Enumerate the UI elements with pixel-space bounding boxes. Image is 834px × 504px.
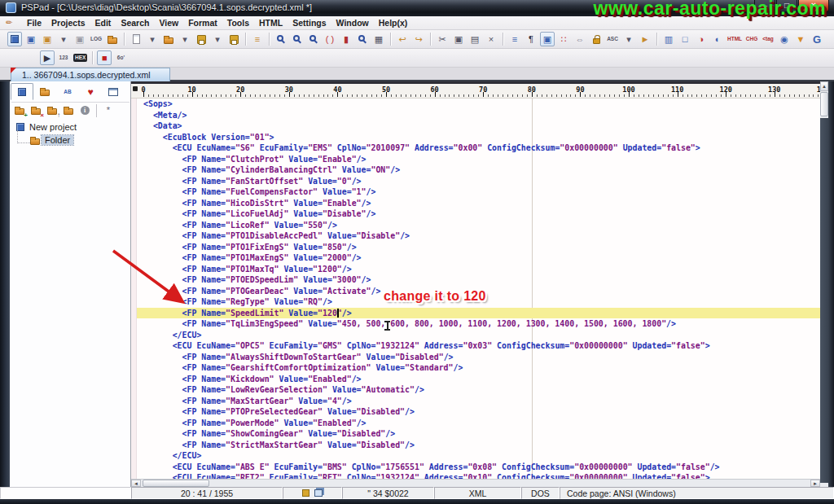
word-wrap-button[interactable]: ▣	[540, 32, 555, 46]
ascii-dropdown[interactable]: ▾	[621, 32, 636, 46]
compare-files-button[interactable]: ⇔	[573, 32, 587, 46]
horizontal-scrollbar[interactable]: ◄ ►	[131, 479, 820, 487]
menu-item-window[interactable]: Window	[331, 16, 374, 29]
code-line-8[interactable]: <FP Name="FanStartOffset" Value="0"/>	[131, 176, 820, 187]
code-line-13[interactable]: <FP Name="PTO1DisableAccPedl" Value="Dis…	[131, 230, 820, 242]
open-project-button[interactable]: ▣	[24, 32, 38, 46]
project-info-button[interactable]: i	[77, 103, 92, 118]
format-indent-button[interactable]: ≡	[507, 32, 522, 46]
print-button[interactable]: ▦	[371, 32, 386, 46]
code-line-7[interactable]: <FP Name="CylinderBalancingCtrl" Value="…	[131, 164, 820, 176]
new-file-dropdown[interactable]: ▾	[145, 32, 160, 46]
menu-item-edit[interactable]: Edit	[90, 16, 116, 29]
save-all-button[interactable]	[226, 32, 241, 46]
goto-brackets-button[interactable]: ( )	[323, 32, 337, 46]
code-line-20[interactable]: <FP Name="SpeedLimit" Value="120"/>	[131, 308, 820, 319]
menu-item-projects[interactable]: Projects	[46, 16, 90, 29]
code-line-6[interactable]: <FP Name="ClutchProt" Value="Enable"/>	[131, 154, 820, 165]
sidebar-tab-project[interactable]	[11, 83, 33, 100]
menu-item-view[interactable]: View	[154, 16, 183, 29]
code-line-30[interactable]: <FP Name="PowerMode" Value="Enabled"/>	[131, 418, 820, 429]
code-line-15[interactable]: <FP Name="PTO1MaxEngS" Value="2000"/>	[131, 252, 820, 264]
file-tree-button[interactable]: ≡	[250, 32, 265, 46]
code-line-23[interactable]: <ECU EcuName="OPC5" EcuFamily="GMS" CplN…	[131, 340, 820, 352]
reading-glasses-button[interactable]: 6o'	[113, 50, 128, 65]
tag-editor-button[interactable]: <tag	[761, 32, 775, 46]
vertical-scrollbar[interactable]: ▲	[820, 81, 828, 487]
project-settings-button[interactable]	[105, 32, 120, 46]
code-line-28[interactable]: <FP Name="MaxStartGear" Value="4"/>	[131, 396, 820, 407]
sidebar-tab-code-explorer[interactable]: AB	[56, 83, 79, 100]
code-line-16[interactable]: <FP Name="PTO1MaxTq" Value="1200"/>	[131, 264, 820, 275]
paste-button[interactable]: ▤	[467, 32, 482, 46]
code-line-29[interactable]: <FP Name="PTOPreSelectedGear" Value="Dis…	[131, 406, 820, 418]
pie-chart-icon[interactable]: ◑	[694, 32, 709, 46]
code-line-21[interactable]: <FP Name="TqLim3EngSpeed" Value="450, 50…	[131, 318, 820, 330]
horizontal-scroll-thumb[interactable]	[143, 480, 209, 487]
code-line-26[interactable]: <FP Name="Kickdown" Value="Enabled"/>	[131, 374, 820, 385]
code-line-25[interactable]: <FP Name="GearshiftComfortOptimization" …	[131, 362, 820, 374]
ascii-table-button[interactable]: ASC	[605, 32, 620, 46]
undo-button[interactable]: ↩	[395, 32, 410, 46]
code-line-33[interactable]: </ECU>	[131, 450, 820, 462]
code-line-34[interactable]: <ECU EcuName="ABS E" EcuFamily="BMS" Cpl…	[131, 462, 820, 473]
window-list-button[interactable]: □	[678, 32, 692, 46]
code-line-27[interactable]: <FP Name="LowRevGearSelection" Value="Au…	[131, 384, 820, 396]
open-file-button[interactable]	[161, 32, 176, 46]
cut-button[interactable]: ✂	[435, 32, 450, 46]
show-control-chars-button[interactable]: ¶	[524, 32, 538, 46]
project-open-folder-button[interactable]	[61, 103, 76, 118]
menu-item-helpx[interactable]: Help(x)	[374, 16, 413, 29]
code-line-5[interactable]: <ECU EcuName="S6" EcuFamily="EMS" CplNo=…	[131, 142, 820, 154]
log-window-button[interactable]: LOG	[89, 32, 103, 46]
project-move-up-button[interactable]: ↑	[45, 103, 59, 118]
scroll-right-arrow-icon[interactable]: ►	[810, 480, 820, 487]
browser-preview-button[interactable]: ◉	[777, 32, 792, 46]
syntax-colors-button[interactable]: ∷	[556, 32, 571, 46]
run-script-button[interactable]: ▶	[40, 50, 55, 65]
new-file-button[interactable]	[129, 32, 143, 46]
redo-button[interactable]: ↪	[411, 32, 426, 46]
tree-item-folder[interactable]: Folder	[11, 134, 129, 147]
sidebar-tab-files[interactable]	[33, 83, 56, 100]
code-line-12[interactable]: <FP Name="LicoRef" Value="550"/>	[131, 220, 820, 231]
line-numbers-button[interactable]: 123	[56, 50, 71, 65]
code-line-31[interactable]: <FP Name="ShowComingGear" Value="Disable…	[131, 428, 820, 440]
code-line-22[interactable]: </ECU>	[131, 330, 820, 341]
google-search-button[interactable]: G	[810, 32, 824, 46]
html-test-button[interactable]: HTML	[726, 32, 743, 46]
vertical-scroll-thumb[interactable]	[820, 92, 828, 116]
project-add-folder-button[interactable]: +	[12, 103, 27, 118]
code-line-17[interactable]: <FP Name="PTOEDSpeedLim" Value="3000"/>	[131, 274, 820, 286]
code-line-24[interactable]: <FP Name="AlwaysShiftDownToStartGear" Va…	[131, 352, 820, 363]
bookmarks-button[interactable]: ▮	[339, 32, 353, 46]
code-line-1[interactable]: <Sops>	[131, 99, 820, 110]
save-file-dropdown[interactable]: ▾	[210, 32, 225, 46]
code-line-2[interactable]: <Meta/>	[131, 110, 820, 121]
code-line-11[interactable]: <FP Name="LicoFuelAdj" Value="Disable"/>	[131, 208, 820, 220]
code-line-9[interactable]: <FP Name="FuelCompensFactor" Value="1"/>	[131, 186, 820, 198]
delete-button[interactable]: ×	[484, 32, 498, 46]
change-case-button[interactable]: CHG	[744, 32, 759, 46]
stats-chart-icon[interactable]: ◐	[710, 32, 725, 46]
code-line-4[interactable]: <EcuBlock Version="01">	[131, 132, 820, 143]
code-line-35[interactable]: <ECU EcuName="RET2" EcuFamily="RET" CplN…	[131, 472, 820, 479]
filter-funnel-button[interactable]: ▼	[793, 32, 808, 46]
new-project-button[interactable]	[7, 32, 22, 46]
scroll-up-arrow-icon[interactable]: ▲	[820, 81, 828, 91]
stay-on-top-button[interactable]: ►	[638, 32, 652, 46]
record-macro-button[interactable]: ■	[97, 50, 112, 65]
project-menu-dropdown[interactable]: ▾	[56, 32, 71, 46]
open-file-dropdown[interactable]: ▾	[178, 32, 192, 46]
search-in-files-button[interactable]	[306, 32, 321, 46]
lock-file-button[interactable]	[589, 32, 604, 46]
menu-item-settings[interactable]: Settings	[288, 16, 331, 29]
copy-button[interactable]: ▣	[451, 32, 466, 46]
search-replace-button[interactable]	[290, 32, 305, 46]
code-line-10[interactable]: <FP Name="HicoDisStrt" Value="Enable"/>	[131, 198, 820, 209]
menu-item-tools[interactable]: Tools	[222, 16, 254, 29]
code-line-14[interactable]: <FP Name="PTO1FixEngS" Value="850"/>	[131, 242, 820, 253]
menu-item-search[interactable]: Search	[116, 16, 154, 29]
code-line-32[interactable]: <FP Name="StrictMaxStartGear" Value="Dis…	[131, 440, 820, 451]
sidebar-tab-favorites[interactable]: ♥	[79, 83, 102, 100]
